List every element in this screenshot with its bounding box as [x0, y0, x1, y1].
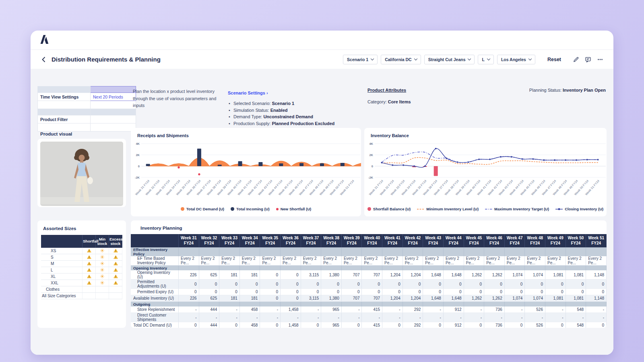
time-view-settings-value[interactable]: Next 20 Periods — [91, 93, 136, 101]
min-stock-cell[interactable] — [96, 280, 109, 286]
comment-icon[interactable] — [584, 55, 592, 64]
grid-cell[interactable]: 0 — [545, 289, 566, 295]
grid-cell[interactable]: 0 — [586, 289, 607, 295]
grid-cell[interactable]: - — [219, 306, 240, 313]
grid-cell[interactable]: 0 — [321, 289, 342, 295]
grid-cell[interactable]: Every 2 Pe... — [382, 256, 403, 265]
grid-cell[interactable]: 3,115 — [301, 295, 321, 302]
grid-cell[interactable]: Every 2 Pe... — [525, 256, 545, 265]
grid-cell[interactable]: Every 2 Pe... — [504, 256, 525, 265]
grid-cell[interactable]: 0 — [219, 322, 240, 328]
grid-cell[interactable]: - — [545, 313, 566, 322]
grid-cell[interactable]: 1,648 — [423, 270, 444, 280]
excess-stock-cell[interactable] — [109, 274, 122, 280]
grid-cell[interactable]: 0 — [504, 280, 525, 289]
grid-cell[interactable]: - — [545, 306, 566, 313]
min-stock-cell[interactable] — [96, 254, 109, 261]
grid-cell[interactable]: 444 — [199, 306, 219, 313]
grid-cell[interactable]: 0 — [545, 322, 566, 328]
shortfall-cell[interactable] — [83, 248, 96, 254]
grid-cell[interactable]: Every 2 Pe... — [423, 256, 444, 265]
grid-cell[interactable]: Every 2 Pe... — [484, 256, 505, 265]
city-dropdown[interactable]: Los Angeles — [497, 55, 535, 64]
grid-cell[interactable]: - — [260, 313, 281, 322]
grid-cell[interactable]: 1,074 — [525, 270, 545, 280]
grid-cell[interactable]: 707 — [341, 270, 362, 280]
grid-cell[interactable]: 526 — [525, 322, 545, 328]
grid-cell[interactable]: 0 — [341, 280, 362, 289]
grid-cell[interactable]: 0 — [586, 322, 607, 328]
grid-cell[interactable]: 1,204 — [402, 270, 423, 280]
grid-cell[interactable]: 736 — [484, 306, 505, 313]
grid-cell[interactable]: 0 — [341, 289, 362, 295]
grid-cell[interactable]: - — [382, 306, 403, 313]
shortfall-cell[interactable] — [83, 261, 96, 267]
grid-cell[interactable]: 912 — [443, 322, 464, 328]
grid-cell[interactable]: 0 — [382, 280, 403, 289]
grid-cell[interactable]: 0 — [484, 289, 505, 295]
excess-stock-cell[interactable] — [109, 286, 122, 293]
grid-cell[interactable]: 1,204 — [382, 295, 403, 302]
grid-cell[interactable]: Every 2 Pe... — [545, 256, 566, 265]
grid-cell[interactable]: 0 — [525, 289, 545, 295]
grid-cell[interactable]: 0 — [402, 280, 423, 289]
grid-cell[interactable]: 1,074 — [525, 295, 545, 302]
grid-cell[interactable]: - — [586, 313, 607, 322]
grid-cell[interactable]: - — [382, 313, 403, 322]
grid-cell[interactable]: 707 — [341, 295, 362, 302]
grid-cell[interactable]: - — [525, 313, 545, 322]
grid-cell[interactable]: - — [504, 313, 525, 322]
scenario-settings-link[interactable]: Scenario Settings › — [228, 90, 268, 95]
min-stock-cell[interactable] — [96, 261, 109, 267]
shortfall-cell[interactable] — [83, 254, 96, 261]
grid-cell[interactable]: - — [321, 313, 342, 322]
shortfall-cell[interactable] — [83, 293, 96, 299]
grid-cell[interactable]: 0 — [545, 280, 566, 289]
grid-cell[interactable]: - — [239, 313, 260, 322]
grid-cell[interactable]: 0 — [423, 289, 444, 295]
grid-cell[interactable]: Every 2 Pe... — [341, 256, 362, 265]
grid-cell[interactable]: - — [402, 313, 423, 322]
grid-cell[interactable]: - — [464, 313, 484, 322]
grid-cell[interactable]: 1,081 — [545, 270, 566, 280]
grid-cell[interactable]: 912 — [443, 306, 464, 313]
grid-cell[interactable]: 0 — [260, 295, 281, 302]
grid-cell[interactable]: 0 — [260, 289, 281, 295]
grid-cell[interactable]: Every 2 Pe... — [179, 256, 199, 265]
excess-stock-cell[interactable] — [109, 293, 122, 299]
grid-cell[interactable]: 0 — [179, 322, 199, 328]
grid-cell[interactable]: 0 — [423, 280, 444, 289]
grid-cell[interactable]: 1,262 — [464, 295, 484, 302]
grid-cell[interactable]: - — [341, 313, 362, 322]
grid-cell[interactable]: 0 — [504, 289, 525, 295]
grid-cell[interactable]: - — [260, 306, 281, 313]
grid-cell[interactable]: Every 2 Pe... — [260, 256, 281, 265]
grid-cell[interactable]: - — [504, 306, 525, 313]
grid-cell[interactable]: 0 — [301, 289, 321, 295]
grid-cell[interactable]: 0 — [260, 322, 281, 328]
grid-cell[interactable]: 1,081 — [566, 295, 586, 302]
min-stock-cell[interactable] — [96, 286, 109, 293]
edit-icon[interactable] — [572, 55, 580, 64]
grid-cell[interactable]: 0 — [301, 322, 321, 328]
grid-cell[interactable]: 458 — [239, 322, 260, 328]
grid-cell[interactable]: 1,074 — [504, 270, 525, 280]
shortfall-cell[interactable] — [83, 274, 96, 280]
grid-cell[interactable]: Every 2 Pe... — [321, 256, 342, 265]
grid-cell[interactable]: 3,115 — [301, 270, 321, 280]
min-stock-cell[interactable] — [96, 248, 109, 254]
grid-cell[interactable]: 444 — [199, 322, 219, 328]
grid-cell[interactable]: - — [586, 306, 607, 313]
grid-cell[interactable]: 226 — [179, 270, 199, 280]
grid-cell[interactable]: 292 — [402, 322, 423, 328]
shortfall-cell[interactable] — [83, 280, 96, 286]
grid-cell[interactable]: 1,262 — [484, 295, 505, 302]
grid-cell[interactable]: 1,648 — [443, 270, 464, 280]
grid-cell[interactable]: 1,380 — [321, 295, 342, 302]
grid-cell[interactable]: 1,148 — [586, 295, 607, 302]
grid-cell[interactable]: 0 — [362, 280, 382, 289]
grid-cell[interactable]: Every 2 Pe... — [586, 256, 607, 265]
excess-stock-cell[interactable] — [109, 248, 122, 254]
grid-cell[interactable]: - — [423, 306, 444, 313]
grid-cell[interactable]: 1,148 — [586, 270, 607, 280]
